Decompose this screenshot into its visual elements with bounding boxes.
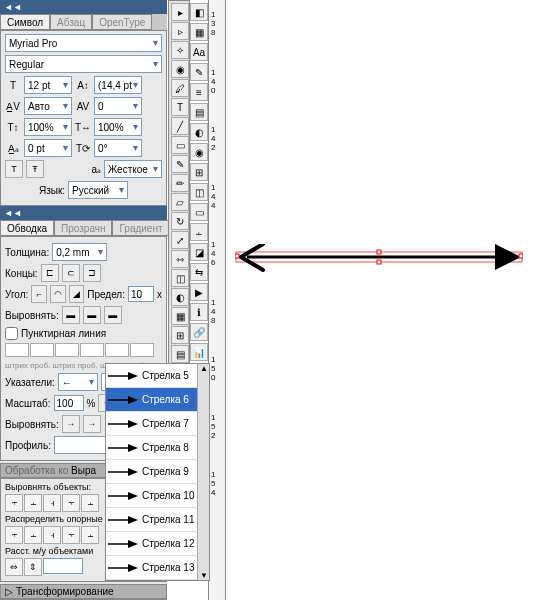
language-dropdown[interactable]: Русский xyxy=(68,181,128,199)
selected-arrow-object[interactable] xyxy=(235,244,523,274)
dock-swatches-icon[interactable]: ▦ xyxy=(190,23,208,41)
arrow-option-5[interactable]: Стрелка 5 xyxy=(106,364,209,388)
cap-round-button[interactable]: ⊂ xyxy=(62,264,80,282)
dist-1-button[interactable]: ⫟ xyxy=(5,526,23,544)
brush-tool[interactable]: ✎ xyxy=(171,155,189,173)
panel-drag-header[interactable]: ◄◄ xyxy=(0,0,167,14)
dock-align-icon[interactable]: ⫠ xyxy=(190,223,208,241)
dock-artboards-icon[interactable]: ▭ xyxy=(190,203,208,221)
font-family-dropdown[interactable]: Myriad Pro xyxy=(5,34,162,52)
arrow-option-8[interactable]: Стрелка 8 xyxy=(106,436,209,460)
pointer-start-dropdown[interactable]: ← xyxy=(58,373,98,391)
align-hcenter-button[interactable]: ⫠ xyxy=(24,494,42,512)
perspective-tool[interactable]: ▦ xyxy=(171,307,189,325)
dist-h-button[interactable]: ⇔ xyxy=(5,558,23,576)
limit-input[interactable] xyxy=(128,286,154,302)
arrow-option-9[interactable]: Стрелка 9 xyxy=(106,460,209,484)
dist-v-button[interactable]: ⇕ xyxy=(24,558,42,576)
kerning-dropdown[interactable]: Авто xyxy=(24,97,72,115)
join-bevel-button[interactable]: ◢ xyxy=(69,285,85,303)
dock-pathfinder-icon[interactable]: ◪ xyxy=(190,243,208,261)
arrow-option-12[interactable]: Стрелка 12 xyxy=(106,532,209,556)
cap-project-button[interactable]: ⊐ xyxy=(83,264,101,282)
vscale-dropdown[interactable]: 100% xyxy=(24,118,72,136)
tt-strike-button[interactable]: Ŧ xyxy=(26,160,44,178)
free-transform-tool[interactable]: ◫ xyxy=(171,269,189,287)
tt-caps-button[interactable]: T xyxy=(5,160,23,178)
dist-4-button[interactable]: ⫟ xyxy=(62,526,80,544)
baseline-dropdown[interactable]: 0 pt xyxy=(24,139,72,157)
magic-wand-tool[interactable]: ✧ xyxy=(171,41,189,59)
align-center-button[interactable]: ▬ xyxy=(62,306,80,324)
font-size-dropdown[interactable]: 12 pt xyxy=(24,76,72,94)
arrow-option-7[interactable]: Стрелка 7 xyxy=(106,412,209,436)
dock-graphic-styles-icon[interactable]: ⊞ xyxy=(190,163,208,181)
lasso-tool[interactable]: ◉ xyxy=(171,60,189,78)
join-round-button[interactable]: ◠ xyxy=(50,285,66,303)
tracking-dropdown[interactable]: 0 xyxy=(94,97,142,115)
dock-brushes-icon[interactable]: Aa xyxy=(190,43,208,61)
tab-symbol[interactable]: Символ xyxy=(0,14,50,30)
arrowhead-dropdown-list[interactable]: Стрелка 5Стрелка 6Стрелка 7Стрелка 8Стре… xyxy=(105,363,210,581)
align-left-button[interactable]: ⫟ xyxy=(5,494,23,512)
dock-gradient-icon[interactable]: ▤ xyxy=(190,103,208,121)
arrow-option-13[interactable]: Стрелка 13 xyxy=(106,556,209,580)
tab-process[interactable]: Обработка ко xyxy=(5,465,68,476)
tab-paragraph[interactable]: Абзац xyxy=(50,14,92,30)
align-outside-button[interactable]: ▬ xyxy=(104,306,122,324)
cap-butt-button[interactable]: ⊏ xyxy=(41,264,59,282)
aa-dropdown[interactable]: Жесткое xyxy=(104,160,162,178)
dashed-checkbox[interactable] xyxy=(5,327,18,340)
type-tool[interactable]: T xyxy=(171,98,189,116)
line-tool[interactable]: ╱ xyxy=(171,117,189,135)
rotation-dropdown[interactable]: 0° xyxy=(94,139,142,157)
dropdown-scrollbar[interactable] xyxy=(197,364,209,580)
dist-2-button[interactable]: ⫠ xyxy=(24,526,42,544)
scale-tool[interactable]: ⤢ xyxy=(171,231,189,249)
mesh-tool[interactable]: ⊞ xyxy=(171,326,189,344)
tab-stroke[interactable]: Обводка xyxy=(0,220,54,236)
align-arrow-2-button[interactable]: → xyxy=(83,415,101,433)
arrow-option-11[interactable]: Стрелка 11 xyxy=(106,508,209,532)
dist-3-button[interactable]: ⫞ xyxy=(43,526,61,544)
dock-links-icon[interactable]: 🔗 xyxy=(190,323,208,341)
align-top-button[interactable]: ⫟ xyxy=(62,494,80,512)
rect-tool[interactable]: ▭ xyxy=(171,136,189,154)
dock-layers-icon[interactable]: ◫ xyxy=(190,183,208,201)
join-miter-button[interactable]: ⌐ xyxy=(31,285,47,303)
dock-symbols-icon[interactable]: ✎ xyxy=(190,63,208,81)
canvas[interactable] xyxy=(226,0,533,600)
eraser-tool[interactable]: ▱ xyxy=(171,193,189,211)
tab-opentype[interactable]: OpenType xyxy=(92,14,152,30)
align-right-button[interactable]: ⫞ xyxy=(43,494,61,512)
gradient-tool[interactable]: ▤ xyxy=(171,345,189,363)
align-arrow-1-button[interactable]: → xyxy=(62,415,80,433)
align-vcenter-button[interactable]: ⫠ xyxy=(81,494,99,512)
align-inside-button[interactable]: ▬ xyxy=(83,306,101,324)
pencil-tool[interactable]: ✏ xyxy=(171,174,189,192)
tab-transparency[interactable]: Прозрачн xyxy=(54,220,112,236)
pen-tool[interactable]: 🖊 xyxy=(171,79,189,97)
font-style-dropdown[interactable]: Regular xyxy=(5,55,162,73)
selection-tool[interactable]: ▸ xyxy=(171,3,189,21)
arrow-option-6[interactable]: Стрелка 6 xyxy=(106,388,209,412)
dock-info-icon[interactable]: ℹ xyxy=(190,303,208,321)
dock-trans-icon[interactable]: ◐ xyxy=(190,123,208,141)
dock-graph-icon[interactable]: 📊 xyxy=(190,343,208,361)
dock-stroke-icon[interactable]: ≡ xyxy=(190,83,208,101)
scale-input[interactable] xyxy=(54,395,84,411)
dist-value-input[interactable] xyxy=(43,558,83,574)
dock-color-icon[interactable]: ◧ xyxy=(190,3,208,21)
panel-drag-header2[interactable]: ◄◄ xyxy=(0,206,167,220)
dock-transform-icon[interactable]: ⇆ xyxy=(190,263,208,281)
tab-gradient[interactable]: Градиент xyxy=(112,220,169,236)
shape-builder-tool[interactable]: ◐ xyxy=(171,288,189,306)
dock-actions-icon[interactable]: ▶ xyxy=(190,283,208,301)
rotate-tool[interactable]: ↻ xyxy=(171,212,189,230)
hscale-dropdown[interactable]: 100% xyxy=(94,118,142,136)
transform-header[interactable]: ▷Трансформирование xyxy=(0,584,167,599)
arrow-option-10[interactable]: Стрелка 10 xyxy=(106,484,209,508)
tab-align[interactable]: Выра xyxy=(71,465,96,476)
dist-5-button[interactable]: ⫠ xyxy=(81,526,99,544)
direct-select-tool[interactable]: ▹ xyxy=(171,22,189,40)
